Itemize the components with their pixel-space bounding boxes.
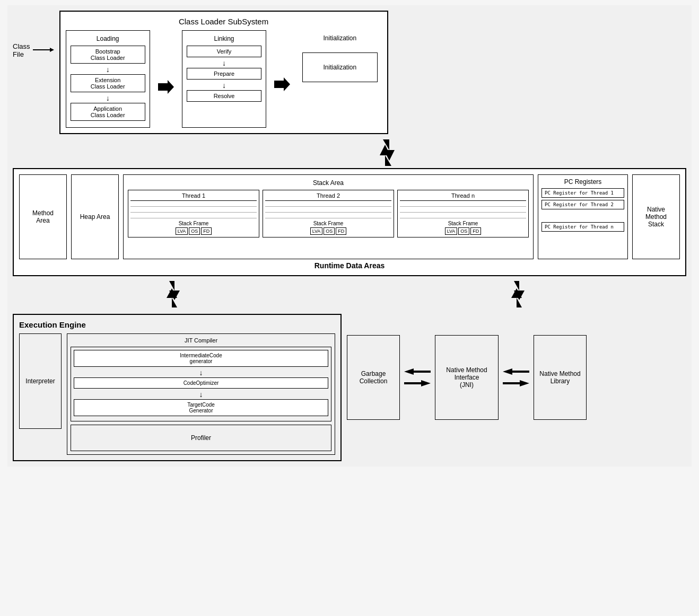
double-vertical-arrow-icon (379, 139, 400, 166)
thread1-line1 (130, 203, 257, 207)
threadN-col: Thread n Stack Frame LVA OS FD (397, 190, 529, 237)
class-file-text: Class File (13, 42, 30, 58)
interpreter-text: Interpreter (25, 377, 55, 385)
lva-os-fd-2: LVA OS FD (265, 227, 391, 235)
jit-title: JIT Compiler (71, 337, 331, 344)
svg-marker-10 (404, 368, 431, 375)
intermediate-code-box: IntermediateCode generator (74, 350, 328, 367)
application-loader: Application Class Loader (71, 103, 145, 121)
cl-to-runtime-arrow (13, 139, 686, 166)
linking-to-init-arrow (272, 41, 293, 128)
code-optimizer-box: CodeOptimizer (74, 377, 328, 389)
garbage-text: Garbage Collection (360, 370, 388, 385)
nmi-nml-arrows (503, 367, 529, 388)
jit-down-2: ↓ (74, 391, 328, 398)
arrow-to-loader (33, 46, 54, 55)
prepare-box: Prepare (187, 68, 261, 80)
interpreter-box: Interpreter (19, 333, 62, 429)
verify-box: Verify (187, 46, 261, 57)
svg-marker-3 (274, 77, 290, 91)
thread1-line2 (130, 208, 257, 213)
lva-os-fd-1: LVA OS FD (130, 227, 257, 235)
pc-registers-box: PC Registers PC Register for Thread 1 PC… (538, 174, 628, 259)
right-arrow-2-icon (503, 379, 529, 388)
left-arrow-2-icon (503, 367, 529, 376)
thread2-line2 (265, 208, 391, 213)
pc-spacer (541, 212, 624, 222)
cl-initialization: Initialization Initialization (298, 30, 381, 128)
thread1-line3 (130, 214, 257, 218)
thread1-col: Thread 1 Stack Frame LVA OS FD (128, 190, 259, 237)
svg-marker-1 (50, 48, 54, 52)
right-engine-section: Garbage Collection Native Method Interfa… (347, 335, 587, 420)
threadN-line2 (400, 208, 526, 213)
gc-nmi-arrows (404, 367, 431, 388)
down-arrow-1: ↓ (71, 66, 145, 73)
down-arrow-4: ↓ (187, 82, 261, 89)
down-arrow-2: ↓ (71, 94, 145, 102)
profiler-wrapper: Profiler (71, 425, 331, 451)
execution-title: Execution Engine (19, 320, 335, 329)
linking-title: Linking (187, 35, 261, 42)
ee-inner: Interpreter JIT Compiler IntermediateCod… (19, 333, 335, 455)
lva-os-fd-n: LVA OS FD (400, 227, 526, 235)
native-method-library-box: Native Method Library (534, 335, 587, 420)
double-right-arrow-2-icon (274, 76, 290, 92)
execution-engine-box: Execution Engine Interpreter JIT Compile… (13, 314, 342, 461)
stack-frame-label-1: Stack Frame (130, 221, 257, 226)
pc-reg-1: PC Register for Thread 1 (541, 188, 624, 198)
stack-area-title: Stack Area (128, 179, 529, 187)
loading-to-linking-arrow (155, 46, 177, 128)
jit-compiler-box: JIT Compiler IntermediateCode generator … (67, 333, 335, 455)
pc-reg-2: PC Register for Thread 2 (541, 200, 624, 209)
profiler-box: Profiler (71, 425, 331, 451)
arrow-right-connector (511, 281, 676, 309)
cl-inner: Loading Bootstrap Class Loader ↓ Extensi… (66, 30, 382, 128)
nmi-text: Native Method Interface (JNI) (446, 366, 487, 389)
os-1: OS (189, 227, 200, 235)
cl-loading: Loading Bootstrap Class Loader ↓ Extensi… (66, 30, 150, 128)
class-file-label: Class File (13, 42, 54, 58)
heap-area-text: Heap Area (80, 213, 110, 221)
nml-text: Native Method Library (539, 370, 580, 385)
execution-section: Execution Engine Interpreter JIT Compile… (13, 314, 686, 461)
down-arrow-3: ↓ (187, 59, 261, 67)
native-method-stack-box: Native Method Stack (632, 174, 680, 259)
os-n: OS (458, 227, 469, 235)
left-arrow-icon (404, 367, 431, 376)
fd-2: FD (336, 227, 346, 235)
native-method-stack-text: Native Method Stack (645, 206, 667, 228)
extension-loader: Extension Class Loader (71, 74, 145, 92)
double-right-arrow-icon (158, 79, 174, 95)
stack-area-container: Stack Area Thread 1 Stack Frame LVA OS F… (123, 174, 534, 259)
class-loader-box: Class Loader SubSystem Loading Bootstrap… (59, 11, 388, 134)
lva-2: LVA (310, 227, 323, 235)
double-vertical-arrow-3-icon (511, 281, 532, 307)
resolve-box: Resolve (187, 90, 261, 102)
thread1-title: Thread 1 (130, 192, 257, 201)
thread2-col: Thread 2 Stack Frame LVA OS FD (263, 190, 394, 237)
garbage-box: Garbage Collection (347, 335, 400, 420)
thread2-title: Thread 2 (265, 192, 391, 201)
threadN-line3 (400, 214, 526, 218)
arrow-right-icon (33, 46, 54, 54)
runtime-data-areas-label: Runtime Data Areas (19, 261, 680, 270)
init-box: Initialization (302, 52, 377, 82)
fd-1: FD (201, 227, 212, 235)
loading-title: Loading (71, 35, 145, 42)
thread2-line3 (265, 214, 391, 218)
svg-marker-12 (503, 368, 529, 375)
double-vertical-arrow-2-icon (167, 281, 188, 307)
native-method-interface-box: Native Method Interface (JNI) (435, 335, 499, 420)
pc-title: PC Registers (541, 178, 624, 186)
threadN-line1 (400, 203, 526, 207)
fd-n: FD (470, 227, 481, 235)
threadN-title: Thread n (400, 192, 526, 201)
class-loader-title: Class Loader SubSystem (66, 17, 382, 26)
method-area-text: Method Area (32, 209, 54, 224)
jit-inner-box: IntermediateCode generator ↓ CodeOptimiz… (71, 347, 331, 421)
arrow-left-connector (23, 281, 188, 309)
diagram-container: Class File Class Loader SubSystem Loadin… (7, 5, 692, 467)
heap-area-box: Heap Area (71, 174, 119, 259)
bootstrap-loader: Bootstrap Class Loader (71, 46, 145, 64)
